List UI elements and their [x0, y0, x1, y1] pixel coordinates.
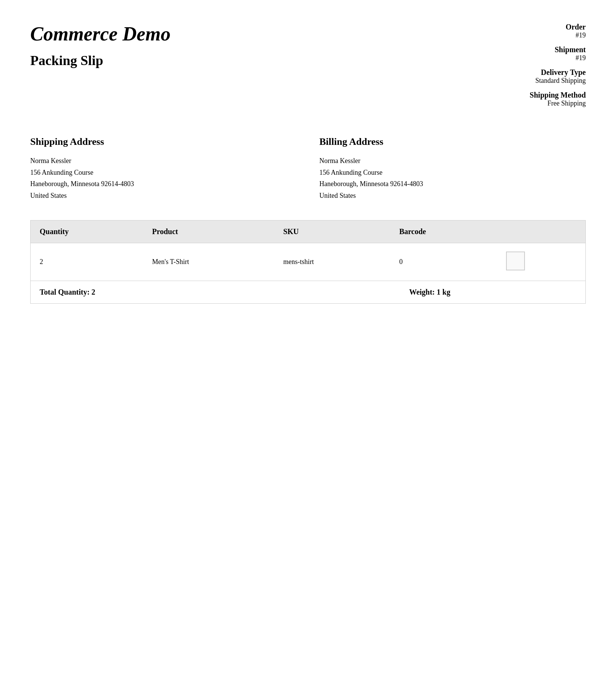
shipping-method-row: Shipping Method Free Shipping	[465, 91, 586, 107]
shipping-address-title: Shipping Address	[30, 136, 297, 148]
company-name: Commerce Demo	[30, 23, 465, 45]
header-right: Order #19 Shipment #19 Delivery Type Sta…	[465, 23, 586, 113]
shipping-address-city: Haneborough, Minnesota 92614-4803	[30, 178, 297, 190]
billing-address-city: Haneborough, Minnesota 92614-4803	[319, 178, 586, 190]
total-weight: Weight: 1 kg	[274, 281, 585, 304]
billing-address-title: Billing Address	[319, 136, 586, 148]
shipping-address-name: Norma Kessler	[30, 155, 297, 167]
col-header-barcode: Barcode	[390, 220, 497, 243]
col-header-product: Product	[143, 220, 274, 243]
shipping-address-country: United States	[30, 190, 297, 202]
items-table: Quantity Product SKU Barcode 2 Men's T-S…	[30, 220, 586, 304]
shipping-address-street: 156 Ankunding Course	[30, 167, 297, 179]
shipment-number: #19	[465, 54, 586, 62]
col-header-barcode-box	[497, 220, 585, 243]
col-header-quantity: Quantity	[31, 220, 143, 243]
shipping-method-value: Free Shipping	[465, 99, 586, 107]
packing-slip-title: Packing Slip	[30, 53, 465, 68]
addresses-section: Shipping Address Norma Kessler 156 Ankun…	[30, 136, 586, 201]
row-product: Men's T-Shirt	[143, 243, 274, 281]
shipment-info-row: Shipment #19	[465, 45, 586, 62]
delivery-type-value: Standard Shipping	[465, 77, 586, 85]
table-row: 2 Men's T-Shirt mens-tshirt 0	[31, 243, 586, 281]
row-barcode-image	[497, 243, 585, 281]
delivery-type-row: Delivery Type Standard Shipping	[465, 68, 586, 85]
billing-address-street: 156 Ankunding Course	[319, 167, 586, 179]
order-info-row: Order #19	[465, 23, 586, 39]
barcode-box	[506, 252, 525, 270]
shipping-method-label: Shipping Method	[465, 91, 586, 99]
order-number: #19	[465, 31, 586, 39]
billing-address-name: Norma Kessler	[319, 155, 586, 167]
total-quantity: Total Quantity: 2	[31, 281, 274, 304]
row-quantity: 2	[31, 243, 143, 281]
table-footer-row: Total Quantity: 2 Weight: 1 kg	[31, 281, 586, 304]
shipment-label: Shipment	[465, 45, 586, 54]
shipping-address-block: Shipping Address Norma Kessler 156 Ankun…	[30, 136, 297, 201]
header-section: Commerce Demo Packing Slip Order #19 Shi…	[30, 23, 586, 113]
delivery-type-label: Delivery Type	[465, 68, 586, 77]
billing-address-country: United States	[319, 190, 586, 202]
header-left: Commerce Demo Packing Slip	[30, 23, 465, 68]
order-label: Order	[465, 23, 586, 31]
row-barcode: 0	[390, 243, 497, 281]
row-sku: mens-tshirt	[274, 243, 390, 281]
table-header-row: Quantity Product SKU Barcode	[31, 220, 586, 243]
col-header-sku: SKU	[274, 220, 390, 243]
billing-address-block: Billing Address Norma Kessler 156 Ankund…	[319, 136, 586, 201]
